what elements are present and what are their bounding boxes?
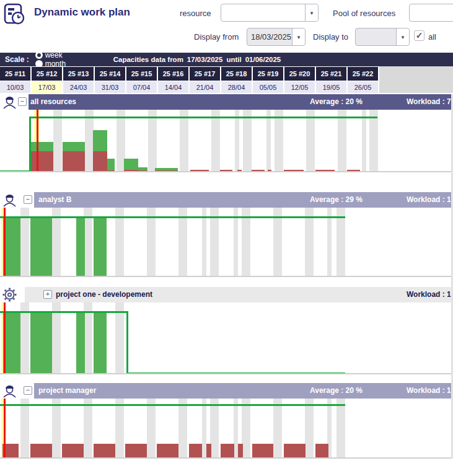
nonworking-day-stripe	[234, 399, 238, 459]
week-row: 25 #1125 #1225 #1325 #1425 #1525 #1625 #…	[0, 66, 379, 81]
nonworking-day-stripe	[305, 399, 314, 459]
nonworking-day-stripe	[266, 110, 271, 172]
page-title: Dynamic work plan	[34, 6, 130, 19]
expand-button[interactable]: +	[43, 290, 52, 299]
real-workload-bar	[315, 170, 335, 172]
nonworking-day-stripe	[275, 110, 283, 172]
planned-workload-bar	[30, 216, 52, 277]
real-workload-bar	[124, 170, 138, 172]
week-header-cell: 25 #11	[0, 67, 30, 81]
chart-project-manager	[0, 399, 453, 459]
capacities-from-date: 17/03/2025	[187, 56, 223, 63]
real-workload-bar	[252, 444, 273, 459]
section-header-project-manager: − project manager Average : 20 % Workloa…	[0, 383, 453, 399]
date-cell: 26/05	[348, 81, 378, 93]
date-cell: 19/05	[316, 81, 346, 93]
scale-radio-week[interactable]: week	[35, 51, 69, 60]
week-header-cell: 25 #18	[221, 67, 252, 81]
capacity-line	[126, 372, 345, 374]
week-header-cell: 25 #14	[95, 67, 125, 81]
radio-icon[interactable]	[35, 51, 43, 59]
scale-label: Scale :	[5, 55, 29, 64]
resource-icon	[2, 94, 17, 110]
display-from-date-picker[interactable]: 18/03/2025 ▾	[247, 28, 306, 46]
nonworking-day-stripe	[84, 302, 92, 374]
workload-value: Workload : 7	[407, 97, 451, 106]
date-cell: 07/04	[126, 81, 157, 93]
real-workload-bar	[93, 151, 107, 172]
week-header-cell: 25 #22	[348, 67, 378, 81]
section-header-all-resources: − all resources Average : 20 % Workload …	[0, 94, 453, 110]
resource-select[interactable]: ▾	[221, 4, 319, 22]
section-title: all resources	[30, 97, 76, 106]
real-workload-bar	[138, 170, 147, 172]
real-workload-bar	[107, 170, 115, 172]
planned-workload-bar	[3, 216, 20, 277]
today-line	[4, 208, 6, 277]
scale-radio-day[interactable]: day	[35, 42, 69, 51]
real-workload-bar	[62, 444, 84, 459]
week-header-cell: 25 #15	[126, 67, 157, 81]
nonworking-day-stripe	[338, 110, 346, 172]
planned-workload-bar	[94, 311, 107, 374]
display-from-dropdown-button[interactable]: ▾	[292, 29, 305, 45]
date-cell-current: 17/03	[32, 81, 62, 93]
capacity-line	[29, 117, 31, 172]
display-from-label: Display from	[194, 32, 239, 42]
real-workload-bar	[268, 170, 271, 172]
dynamic-work-plan-screen: Dynamic work plan resource ▾ Pool of res…	[0, 0, 453, 476]
nonworking-day-stripe	[148, 110, 157, 172]
section-header-analyst-b: − analyst B Average : 29 % Workload : 1	[0, 192, 453, 208]
nonworking-day-stripe	[273, 399, 282, 459]
nonworking-day-stripe	[180, 110, 188, 172]
week-header-cell: 25 #19	[253, 67, 283, 81]
real-workload-bar	[157, 444, 178, 459]
date-cell: 21/04	[190, 81, 220, 93]
workload-value: Workload : 1	[407, 290, 451, 299]
capacity-line	[0, 311, 126, 313]
collapse-button[interactable]: −	[18, 97, 27, 106]
planned-workload-bar	[30, 311, 52, 374]
nonworking-day-stripe	[243, 110, 252, 172]
nonworking-day-stripe	[20, 302, 29, 374]
average-value: Average : 29 %	[310, 195, 363, 204]
nonworking-day-stripe	[147, 399, 156, 459]
nonworking-day-stripe	[85, 110, 94, 172]
nonworking-day-stripe	[202, 399, 206, 459]
nonworking-day-stripe	[362, 110, 366, 172]
collapse-button[interactable]: −	[24, 386, 32, 395]
chart-analyst-b	[0, 208, 453, 277]
today-line	[4, 399, 6, 459]
resource-icon	[2, 383, 17, 399]
week-header-cell: 25 #21	[316, 67, 346, 81]
resource-icon	[2, 192, 17, 208]
ruler-filler	[379, 66, 453, 93]
display-to-dropdown-button[interactable]: ▾	[396, 29, 409, 45]
workload-value: Workload : 1	[407, 386, 451, 395]
chart-project-one	[0, 302, 453, 374]
real-workload-bar	[189, 444, 202, 459]
nonworking-day-stripe	[306, 110, 315, 172]
week-header-cell: 25 #16	[158, 67, 188, 81]
capacity-line	[0, 170, 29, 172]
all-checkbox[interactable]: ✓	[414, 30, 424, 41]
real-workload-bar	[284, 170, 304, 172]
display-to-date-picker[interactable]: ▾	[355, 28, 410, 46]
planned-workload-bar	[3, 311, 20, 374]
all-checkbox-label: all	[428, 32, 436, 42]
resource-dropdown-button[interactable]: ▾	[305, 4, 318, 21]
collapse-button[interactable]: −	[24, 195, 32, 204]
radio-icon[interactable]	[35, 43, 43, 50]
real-workload-bar	[31, 151, 53, 172]
real-workload-bar	[347, 170, 360, 172]
week-header-cell: 25 #13	[63, 67, 94, 81]
date-cell: 31/03	[95, 81, 125, 93]
section-header-project-one: + project one - developement Workload : …	[0, 287, 453, 302]
average-value: Average : 20 %	[310, 97, 363, 106]
pool-of-resources-input[interactable]	[409, 4, 453, 22]
display-to-label: Display to	[313, 32, 348, 42]
nonworking-day-stripe	[210, 399, 219, 459]
real-workload-bar	[220, 170, 232, 172]
nonworking-day-stripe	[52, 399, 61, 459]
real-workload-bar	[206, 444, 211, 459]
